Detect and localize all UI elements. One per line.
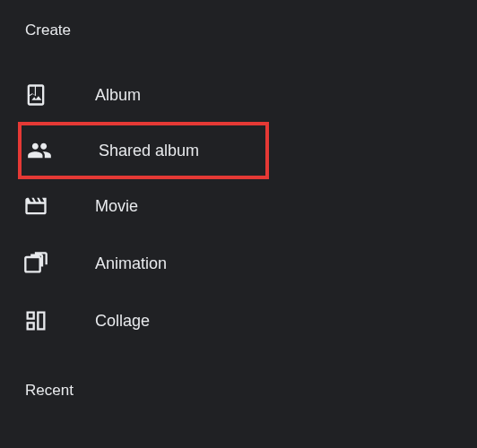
- menu-label-animation: Animation: [95, 254, 167, 273]
- menu-label-movie: Movie: [95, 197, 138, 216]
- menu-label-album: Album: [95, 86, 141, 105]
- menu-label-shared-album: Shared album: [99, 142, 199, 160]
- collage-icon: [23, 308, 59, 333]
- menu-item-animation[interactable]: Animation: [22, 235, 477, 292]
- recent-section-header: Recent: [25, 382, 477, 400]
- create-section-header: Create: [25, 22, 477, 39]
- menu-item-shared-album[interactable]: Shared album: [18, 122, 269, 179]
- album-icon: [23, 82, 59, 108]
- menu-item-collage[interactable]: Collage: [22, 292, 477, 349]
- menu-item-movie[interactable]: Movie: [22, 177, 477, 235]
- animation-icon: [23, 251, 59, 276]
- shared-album-icon: [27, 138, 63, 163]
- movie-icon: [23, 194, 59, 219]
- menu-label-collage: Collage: [95, 312, 150, 331]
- menu-item-album[interactable]: Album: [22, 66, 477, 124]
